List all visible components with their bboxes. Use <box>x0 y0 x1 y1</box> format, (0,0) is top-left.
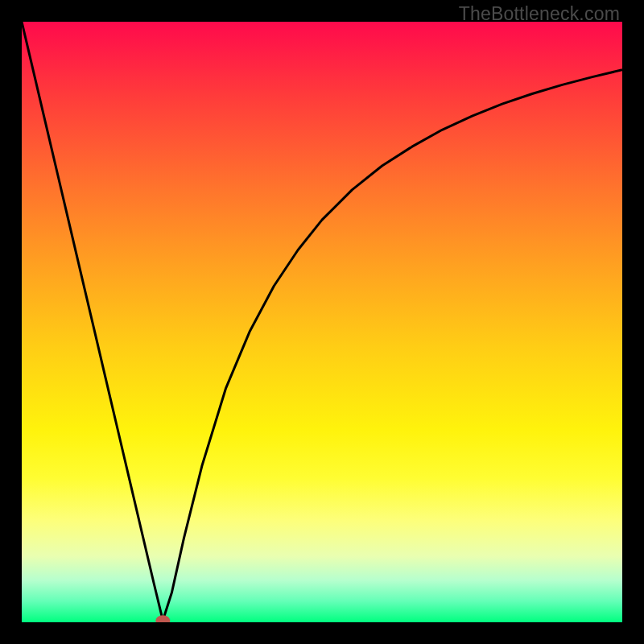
line-chart <box>22 22 622 622</box>
chart-frame: TheBottleneck.com <box>0 0 644 644</box>
plot-area <box>22 22 622 622</box>
optimal-marker <box>155 615 170 622</box>
bottleneck-curve <box>22 22 622 621</box>
